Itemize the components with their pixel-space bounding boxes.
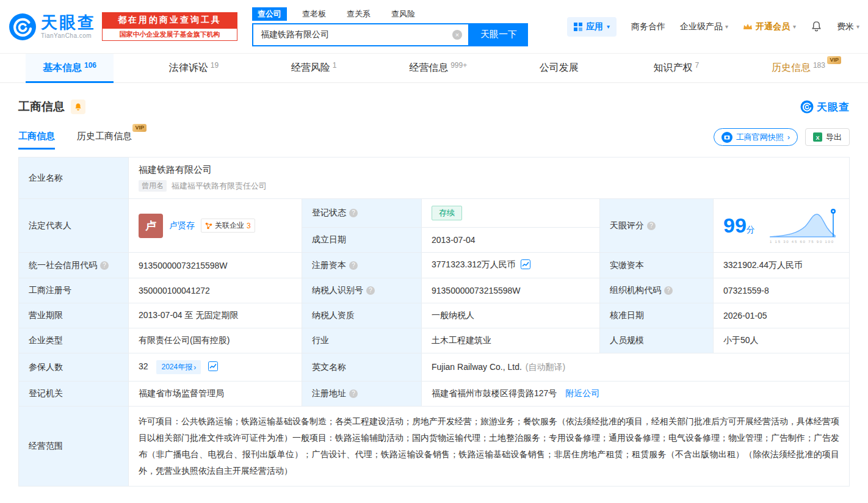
promo-line1: 都在用的商业查询工具 [102,12,237,28]
score-cell: 99分 1 15 30 45 60 75 90 100 [714,199,850,253]
company-name-cell: 福建铁路有限公司 曾用名 福建福平铁路有限责任公司 [129,157,850,199]
subtab-history-business-info[interactable]: 历史工商信息 VIP [77,131,132,150]
apps-grid-icon [574,23,582,31]
export-label: 导出 [826,132,842,143]
related-companies-badge[interactable]: 关联企业 3 [201,219,255,233]
auto-translate-note: (自动翻译) [526,362,565,372]
approval-date-cell: 2026-01-05 [714,303,850,328]
tab-label: 知识产权 [654,62,693,74]
chevron-down-icon: ▾ [607,23,610,30]
tab-count: 999+ [450,61,467,70]
table-row: 参保人数 32 2024年报 › 英文名称 Fujian Railway Co.… [19,353,850,382]
scope-text: 许可项目：公共铁路运输；铁路运输基础设备制造；各类工程建设活动；房地产开发经营；… [139,413,839,479]
help-icon[interactable]: ? [664,286,673,295]
tab-label: 经营信息 [409,62,448,74]
company-type-cell: 有限责任公司(国有控股) [129,328,302,353]
biz-cooperation-label: 商务合作 [631,21,665,32]
reg-capital-label: 注册资本? [302,253,422,278]
user-name: 费米 [837,21,854,32]
table-row: 企业名称 福建铁路有限公司 曾用名 福建福平铁路有限责任公司 [19,157,850,199]
tianyancha-logo[interactable]: 天眼查 TianYanCha.com [9,13,96,41]
apps-label: 应用 [586,21,603,32]
uscc-cell: 91350000073215598W [129,253,302,278]
vip-badge: VIP [132,124,146,132]
chevron-right-icon: › [787,132,790,142]
help-icon[interactable]: ? [349,261,358,270]
help-icon[interactable]: ? [100,261,109,270]
related-companies-count: 3 [247,222,251,230]
staff-size-label: 人员规模 [600,328,714,353]
english-name-cell: Fujian Railway Co., Ltd.(自动翻译) [422,353,850,382]
search-tab-relation[interactable]: 查关系 [341,7,376,21]
notification-bell-icon[interactable] [811,21,822,32]
svg-text:X: X [816,135,819,141]
export-button[interactable]: X 导出 [805,128,850,146]
clear-search-icon[interactable]: × [452,30,462,40]
search-tab-risk[interactable]: 查风险 [386,7,421,21]
legal-rep-name[interactable]: 卢贤存 [169,220,195,231]
section-nav-tabs: 基本信息 106 法律诉讼 19 经营风险 1 经营信息 999+ 公司发展 知… [0,54,868,83]
official-snapshot-button[interactable]: 工商官网快照 › [714,128,798,146]
table-row: 企业类型 有限责任公司(国有控股) 行业 土木工程建筑业 人员规模 小于50人 [19,328,850,353]
company-name-label: 企业名称 [19,157,129,199]
help-icon[interactable]: ? [647,222,656,230]
tab-company-development[interactable]: 公司发展 [523,54,598,82]
brand-domain: TianYanCha.com [41,32,96,39]
table-row: 统一社会信用代码? 91350000073215598W 注册资本? 37713… [19,253,850,278]
insured-cell: 32 2024年报 › [129,353,302,382]
table-row: 登记机关 福建省市场监督管理局 注册地址? 福建省福州市鼓楼区得贵路127号 附… [19,382,850,407]
search-input-box[interactable]: × [252,23,469,46]
enterprise-product-menu[interactable]: 企业级产品 ▾ [680,21,728,32]
vip-upgrade-link[interactable]: 开通会员 ▾ [743,21,796,32]
vip-badge: VIP [827,56,841,64]
capital-change-icon[interactable] [521,259,530,271]
address-cell: 福建省福州市鼓楼区得贵路127号 附近公司 [422,382,850,407]
reg-status-label: 登记状态? [302,199,422,228]
tab-label: 基本信息 [43,62,82,74]
org-code-label: 组织机构代码? [600,278,714,303]
insured-label: 参保人数 [19,353,129,382]
search-tab-company[interactable]: 查公司 [252,7,287,21]
tab-operation-info[interactable]: 经营信息 999+ [392,54,484,82]
help-icon[interactable]: ? [349,209,358,217]
biz-cooperation-link[interactable]: 商务合作 [631,21,665,32]
subtab-label: 历史工商信息 [77,131,132,141]
promo-line2: 国家中小企业发展子基金旗下机构 [102,28,237,41]
former-name-tag: 曾用名 [139,180,167,192]
tab-intellectual-property[interactable]: 知识产权 7 [637,54,717,82]
help-icon[interactable]: ? [366,286,375,295]
tab-operation-risk[interactable]: 经营风险 1 [274,54,354,82]
tab-label: 历史信息 [772,62,811,74]
tianyancha-watermark: 天眼查 [800,100,850,114]
legal-rep-avatar[interactable]: 卢 [139,214,163,238]
svg-text:1 15 30 45 60 75 90 100: 1 15 30 45 60 75 90 100 [770,240,834,244]
company-name: 福建铁路有限公司 [139,164,839,176]
business-info-table: 企业名称 福建铁路有限公司 曾用名 福建福平铁路有限责任公司 法定代表人 [18,157,850,487]
excel-icon: X [813,132,822,142]
subtab-business-info[interactable]: 工商信息 [18,131,55,150]
user-menu[interactable]: 费米 ▾ [837,21,859,32]
chevron-right-icon: › [193,363,196,372]
tab-history-info[interactable]: VIP 历史信息 183 [754,54,842,82]
search-input[interactable] [259,29,452,40]
legal-rep-cell: 卢 卢贤存 关联企业 3 [129,199,302,253]
monitor-bell-icon[interactable] [71,100,85,114]
registry-cell: 福建省市场监督管理局 [129,382,302,407]
tab-legal-litigation[interactable]: 法律诉讼 19 [152,54,236,82]
annual-report-badge[interactable]: 2024年报 › [156,360,201,374]
taxpayer-id-label: 纳税人识别号? [302,278,422,303]
search-button[interactable]: 天眼一下 [469,23,528,46]
insured-trend-icon[interactable] [208,361,218,373]
search-tab-boss[interactable]: 查老板 [297,7,331,21]
snapshot-label: 工商官网快照 [736,132,784,143]
tab-basic-info[interactable]: 基本信息 106 [26,54,114,82]
table-row: 法定代表人 卢 卢贤存 关联企业 [19,199,850,228]
search-tabs: 查公司 查老板 查关系 查风险 [252,7,528,21]
taxpayer-quality-label: 纳税人资质 [302,303,422,328]
brand-name: 天眼查 [41,14,96,32]
nearby-companies-link[interactable]: 附近公司 [565,388,599,398]
apps-menu[interactable]: 应用 ▾ [567,17,617,37]
chevron-down-icon: ▾ [856,23,859,30]
help-icon[interactable]: ? [349,389,358,398]
score-label: 天眼评分? [600,199,714,253]
